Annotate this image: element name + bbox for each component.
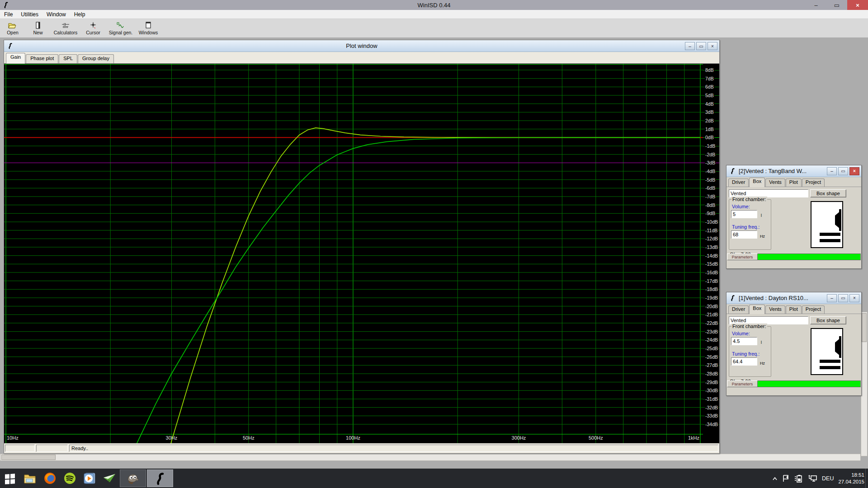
volume-input[interactable] [731,210,757,218]
plot-tab-strip: Gain Phase plot SPL Group delay [4,52,719,64]
y-tick-label: -7dB [703,193,719,200]
action-center-flag-icon[interactable] [782,474,789,483]
y-tick-label: -10dB [703,219,719,225]
media-player-button[interactable] [80,469,99,488]
tab-vents[interactable]: Vents [765,178,785,187]
tab-gain[interactable]: Gain [6,53,25,64]
windows-button[interactable]: Windows [136,19,161,37]
y-tick-label: 6dB [703,84,719,90]
start-button[interactable] [0,469,20,488]
y-tick-label: -29dB [703,379,719,385]
paper-plane-button[interactable] [99,469,119,488]
volume-label: Volume: [732,331,750,336]
plot-window-titlebar[interactable]: Plot window – ▭ × [4,40,719,52]
spotify-button[interactable] [60,469,80,488]
menu-file[interactable]: File [0,10,17,19]
y-tick-label: -22dB [703,320,719,326]
mdi-vertical-scrollbar[interactable] [861,312,868,456]
file-explorer-button[interactable] [20,469,40,488]
restore-button[interactable]: ▭ [838,167,848,175]
y-tick-label: -13dB [703,244,719,250]
calculators-button[interactable]: Calculators [51,19,80,37]
y-tick-label: -9dB [703,210,719,216]
tab-spl[interactable]: SPL [59,54,77,63]
x-tick-label: 500Hz [589,435,603,441]
menu-window[interactable]: Window [42,10,70,19]
restore-button[interactable]: ▭ [838,294,848,302]
volume-unit: l [761,213,762,218]
menu-utilities[interactable]: Utilities [17,10,42,19]
show-hidden-icons[interactable] [772,476,778,481]
taskbar: DEU 18:51 27.04.2015 [0,469,868,488]
file-explorer-icon [24,473,36,484]
winisd-app-icon [729,168,736,174]
signal-gen-button[interactable]: Signal gen. [106,19,136,37]
tab-phase-plot[interactable]: Phase plot [26,54,58,63]
box-shape-button[interactable]: Box shape [810,189,846,197]
mdi-vertical-scrollbar-thumb[interactable] [862,313,867,342]
project-titlebar[interactable]: [1]Vented : Dayton RS10... – ▭ × [726,292,861,304]
battery-icon[interactable] [794,474,803,483]
close-button[interactable]: × [708,42,717,50]
close-button[interactable]: × [847,0,868,10]
tab-project[interactable]: Project [802,305,825,314]
close-button[interactable]: × [849,167,859,175]
tab-project[interactable]: Project [802,178,825,187]
winisd-button[interactable] [147,469,173,487]
x-tick-label: 1kHz [688,435,699,441]
y-tick-label: -24dB [703,337,719,343]
mdi-horizontal-scrollbar[interactable] [0,454,861,461]
firefox-button[interactable] [40,469,60,488]
gimp-icon [126,472,140,485]
parameters-button[interactable]: Parameters [727,253,758,260]
desktop: WinISD 0.44 – ▭ × File Utilities Window … [0,0,868,488]
tab-plot[interactable]: Plot [786,305,802,314]
menu-help[interactable]: Help [70,10,90,19]
x-tick-label: 300Hz [512,435,526,441]
gimp-button[interactable] [120,469,146,487]
mdi-horizontal-scrollbar-thumb[interactable] [1,455,56,460]
tab-group-delay[interactable]: Group delay [78,54,114,63]
new-button[interactable]: New [25,19,51,37]
minimize-button[interactable]: – [806,0,826,10]
status-text: Ready.. [69,445,718,452]
tab-vents[interactable]: Vents [765,305,785,314]
volume-unit: l [761,340,762,345]
keyboard-language[interactable]: DEU [822,475,834,482]
gain-chart [4,64,719,443]
clock[interactable]: 18:51 27.04.2015 [838,472,864,485]
tab-plot[interactable]: Plot [786,178,802,187]
volume-input[interactable] [731,337,757,345]
open-folder-icon [8,21,17,29]
open-button[interactable]: Open [0,19,25,37]
y-tick-label: -25dB [703,345,719,352]
show-desktop-button[interactable] [865,469,868,488]
tab-driver[interactable]: Driver [728,305,749,314]
gain-plot: 8dB7dB6dB5dB4dB3dB2dB1dB0dB-1dB-2dB-3dB-… [4,64,719,443]
tuning-freq-input[interactable] [731,357,757,366]
network-icon[interactable] [807,474,817,483]
toolbar: Open New Calculators Cursor Signal gen. … [0,19,868,38]
tuning-freq-label: Tuning freq.: [732,351,760,357]
close-button[interactable]: × [849,294,859,302]
tab-box[interactable]: Box [749,178,765,187]
y-tick-label: -3dB [703,160,719,166]
project-titlebar[interactable]: [2]Vented : TangBand W... – ▭ × [726,165,861,177]
windows-icon [144,21,153,29]
tab-driver[interactable]: Driver [728,178,749,187]
box-shape-button[interactable]: Box shape [810,316,846,324]
minimize-button[interactable]: – [685,42,695,50]
system-tray: DEU 18:51 27.04.2015 [772,469,864,488]
y-tick-label: -27dB [703,362,719,368]
tuning-freq-input[interactable] [731,230,757,239]
parameters-progressbar [758,380,861,387]
minimize-button[interactable]: – [827,167,837,175]
y-tick-label: -20dB [703,303,719,310]
tab-box[interactable]: Box [749,305,765,314]
parameters-button[interactable]: Parameters [727,380,758,387]
minimize-button[interactable]: – [827,294,837,302]
cursor-crosshair-icon [89,21,98,29]
cursor-button[interactable]: Cursor [80,19,106,37]
restore-button[interactable]: ▭ [826,0,847,10]
restore-button[interactable]: ▭ [696,42,706,50]
